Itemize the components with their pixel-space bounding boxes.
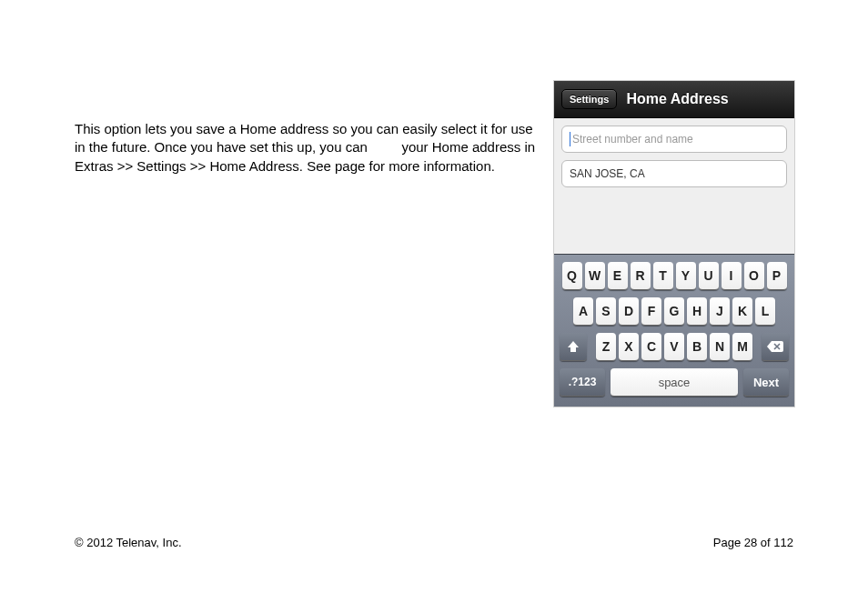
key-a[interactable]: A [573,297,593,326]
key-y[interactable]: Y [676,262,696,290]
key-row-4: .?123 space Next [558,368,791,397]
key-t[interactable]: T [653,262,673,290]
key-k[interactable]: K [732,297,752,326]
key-m[interactable]: M [732,333,752,361]
backspace-key[interactable] [762,333,789,361]
key-row-2: A S D F G H J K L [558,297,791,326]
next-key[interactable]: Next [743,368,789,397]
form-area: Street number and name SAN JOSE, CA [554,118,794,267]
key-l[interactable]: L [755,297,775,326]
body-paragraph: This option lets you save a Home address… [75,120,537,176]
street-input[interactable]: Street number and name [561,126,787,153]
text-cursor [570,132,570,146]
key-x[interactable]: X [619,333,639,361]
shift-key[interactable] [560,333,587,361]
key-h[interactable]: H [687,297,707,326]
key-b[interactable]: B [687,333,707,361]
key-c[interactable]: C [641,333,661,361]
body-text-3: for more information. [369,158,495,174]
key-p[interactable]: P [767,262,787,290]
key-row-1: Q W E R T Y U I O P [558,262,791,290]
key-z[interactable]: Z [596,333,616,361]
space-key[interactable]: space [611,368,738,397]
backspace-icon [767,341,783,352]
keyboard: Q W E R T Y U I O P A S D F G H J K L [554,254,794,407]
key-n[interactable]: N [710,333,730,361]
key-q[interactable]: Q [562,262,582,290]
key-f[interactable]: F [641,297,661,326]
mode-key[interactable]: .?123 [560,368,605,397]
key-e[interactable]: E [608,262,628,290]
key-r[interactable]: R [631,262,651,290]
street-placeholder: Street number and name [572,133,693,146]
key-g[interactable]: G [664,297,684,326]
body-gap [371,139,398,155]
document-page: This option lets you save a Home address… [0,0,868,613]
key-u[interactable]: U [699,262,719,290]
shift-icon [567,340,580,353]
key-i[interactable]: I [722,262,742,290]
key-s[interactable]: S [596,297,616,326]
nav-title: Home Address [626,91,728,107]
city-input[interactable]: SAN JOSE, CA [561,160,787,187]
key-v[interactable]: V [664,333,684,361]
phone-screenshot: Settings Home Address Street number and … [553,80,795,407]
key-w[interactable]: W [585,262,605,290]
nav-bar: Settings Home Address [554,81,794,118]
back-button[interactable]: Settings [561,89,617,109]
key-row-3: Z X C V B N M [558,333,791,361]
footer-page: Page 28 of 112 [713,536,793,549]
footer-copyright: © 2012 Telenav, Inc. [75,536,182,549]
key-d[interactable]: D [619,297,639,326]
key-j[interactable]: J [710,297,730,326]
city-value: SAN JOSE, CA [570,167,645,180]
key-o[interactable]: O [744,262,764,290]
